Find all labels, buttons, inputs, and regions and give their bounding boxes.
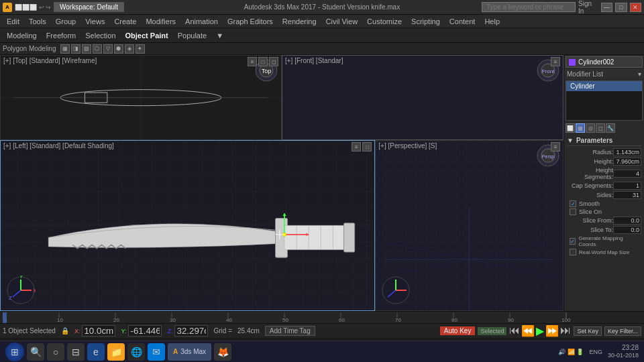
left-shading-icon[interactable]: □ bbox=[362, 142, 372, 152]
menu-scripting[interactable]: Scripting bbox=[407, 17, 444, 26]
slice-to-value[interactable] bbox=[613, 226, 641, 234]
x-value[interactable] bbox=[82, 325, 115, 337]
radius-value[interactable] bbox=[613, 148, 641, 156]
toolbar-modeling[interactable]: Modeling bbox=[3, 31, 41, 40]
panel-icon-utils[interactable]: 🔧 bbox=[606, 123, 615, 133]
taskbar-3dsmax[interactable]: A 3ds Max bbox=[168, 343, 211, 361]
panel-icon-select[interactable]: ⬜ bbox=[566, 123, 575, 133]
viewport-perspective[interactable]: [+] [Perspective] [S] bbox=[375, 140, 564, 311]
persp-menu-icon[interactable]: ≡ bbox=[551, 142, 560, 152]
workspace-tab[interactable]: Workspace: Default bbox=[54, 2, 124, 12]
next-key-btn[interactable]: ⏩ bbox=[545, 324, 559, 337]
maximize-button[interactable]: □ bbox=[615, 3, 627, 12]
slice-on-checkbox[interactable] bbox=[570, 208, 576, 215]
modifier-list-chevron[interactable]: ▾ bbox=[638, 70, 641, 78]
auto-key-btn[interactable]: Auto Key bbox=[440, 326, 476, 335]
menu-edit[interactable]: Edit bbox=[3, 17, 23, 26]
smooth-checkbox[interactable] bbox=[570, 200, 576, 207]
panel-icon-params[interactable]: ▦ bbox=[576, 123, 585, 133]
menu-customize[interactable]: Customize bbox=[363, 17, 406, 26]
menu-help[interactable]: Help bbox=[480, 17, 504, 26]
viewport-top[interactable]: [+] [Top] [Standard] [Wireframe] bbox=[0, 55, 282, 140]
toolbar-populate[interactable]: Populate bbox=[174, 31, 211, 40]
gen-mapping-label: Generate Mapping Coords. bbox=[578, 235, 639, 247]
slice-from-label: Slice From: bbox=[567, 217, 613, 224]
pm-icon-5[interactable]: ▽ bbox=[103, 44, 113, 54]
menu-content[interactable]: Content bbox=[445, 17, 480, 26]
menu-rendering[interactable]: Rendering bbox=[278, 17, 321, 26]
viewport-left[interactable]: [+] [Left] [Standard] [Default Shading] bbox=[0, 140, 375, 311]
main-toolbar: Modeling Freeform Selection Object Paint… bbox=[0, 28, 644, 43]
axis-gizmo-persp bbox=[381, 276, 411, 305]
close-button[interactable]: ✕ bbox=[630, 3, 641, 12]
pm-icon-1[interactable]: ▦ bbox=[60, 44, 70, 54]
height-seg-value[interactable] bbox=[613, 170, 641, 178]
prev-frame-btn[interactable]: ⏮ bbox=[509, 324, 520, 337]
toolbar-selection[interactable]: Selection bbox=[81, 31, 119, 40]
slice-to-label: Slice To: bbox=[567, 227, 613, 233]
viewport-wire-icon[interactable]: ◻ bbox=[269, 57, 278, 66]
toolbar-object-paint[interactable]: Object Paint bbox=[121, 31, 172, 40]
play-btn[interactable]: ▶ bbox=[536, 324, 544, 337]
taskbar-firefox[interactable]: 🦊 bbox=[214, 343, 231, 361]
modifier-list[interactable]: Cylinder bbox=[566, 80, 643, 121]
menu-group[interactable]: Group bbox=[52, 17, 80, 26]
top-view-knife bbox=[1, 56, 281, 139]
3dsmax-icon: A bbox=[173, 348, 178, 355]
menu-animation[interactable]: Animation bbox=[181, 17, 222, 26]
search-input[interactable] bbox=[482, 2, 576, 12]
viewport-front[interactable]: [+] [Front] [Standar] Front bbox=[282, 55, 564, 140]
left-menu-icon[interactable]: ≡ bbox=[352, 142, 361, 152]
menu-graph-editors[interactable]: Graph Editors bbox=[223, 17, 277, 26]
set-key-btn[interactable]: Set Key bbox=[574, 326, 602, 336]
front-menu-icon[interactable]: ≡ bbox=[551, 57, 560, 66]
viewport-menu-icon[interactable]: ≡ bbox=[248, 57, 257, 66]
slice-from-value[interactable] bbox=[613, 217, 641, 225]
panel-icon-motion[interactable]: ◎ bbox=[586, 123, 595, 133]
taskbar-mail[interactable]: ✉ bbox=[148, 343, 165, 361]
y-value[interactable] bbox=[128, 325, 162, 337]
svg-text:50: 50 bbox=[282, 317, 288, 323]
playback-controls: ⏮ ⏪ ▶ ⏩ ⏭ bbox=[509, 324, 571, 337]
pm-icon-6[interactable]: ⬢ bbox=[114, 44, 123, 54]
param-slice-to: Slice To: bbox=[567, 225, 641, 235]
menu-tools[interactable]: Tools bbox=[25, 17, 50, 26]
toolbar-freeform[interactable]: Freeform bbox=[42, 31, 80, 40]
menu-civil-view[interactable]: Civil View bbox=[322, 17, 362, 26]
menu-views[interactable]: Views bbox=[81, 17, 109, 26]
start-button[interactable]: ⊞ bbox=[5, 343, 24, 361]
taskbar-taskview[interactable]: ⊟ bbox=[67, 343, 85, 361]
object-color-swatch[interactable] bbox=[569, 59, 576, 66]
pm-icon-2[interactable]: ◨ bbox=[71, 44, 80, 54]
taskbar-chrome[interactable]: 🌐 bbox=[127, 343, 145, 361]
gen-mapping-row: Generate Mapping Coords. bbox=[567, 235, 641, 248]
grid-label: Grid = bbox=[213, 327, 232, 335]
panel-icon-display[interactable]: ◻ bbox=[596, 123, 605, 133]
taskbar-explorer[interactable]: 📁 bbox=[107, 343, 125, 361]
taskbar-cortana[interactable]: ○ bbox=[47, 343, 64, 361]
add-time-tag-btn[interactable]: Add Time Tag bbox=[265, 326, 315, 336]
toolbar-more[interactable]: ▼ bbox=[212, 31, 227, 40]
pm-icon-4[interactable]: ⬡ bbox=[93, 44, 102, 54]
modifier-cylinder[interactable]: Cylinder bbox=[566, 81, 642, 91]
taskbar-search[interactable]: 🔍 bbox=[27, 343, 44, 361]
menu-modifiers[interactable]: Modifiers bbox=[142, 17, 180, 26]
pm-icon-7[interactable]: ◈ bbox=[125, 44, 134, 54]
z-value[interactable] bbox=[174, 325, 208, 337]
next-frame-btn[interactable]: ⏭ bbox=[560, 324, 571, 337]
height-value[interactable] bbox=[613, 158, 641, 166]
taskbar-edge[interactable]: e bbox=[87, 343, 105, 361]
pm-icon-8[interactable]: ✦ bbox=[136, 44, 145, 54]
key-filter-btn[interactable]: Key Filter... bbox=[604, 326, 641, 336]
cap-seg-value[interactable] bbox=[613, 182, 641, 190]
svg-text:Top: Top bbox=[262, 68, 272, 74]
real-world-checkbox[interactable] bbox=[570, 249, 576, 255]
pm-icon-3[interactable]: ▧ bbox=[82, 44, 91, 54]
gen-mapping-checkbox[interactable] bbox=[570, 238, 576, 245]
prev-key-btn[interactable]: ⏪ bbox=[521, 324, 535, 337]
menu-create[interactable]: Create bbox=[110, 17, 140, 26]
sides-value[interactable] bbox=[613, 191, 641, 199]
viewport-shading-icon[interactable]: □ bbox=[258, 57, 268, 66]
sign-in-link[interactable]: Sign In bbox=[578, 0, 598, 15]
minimize-button[interactable]: — bbox=[601, 3, 612, 12]
